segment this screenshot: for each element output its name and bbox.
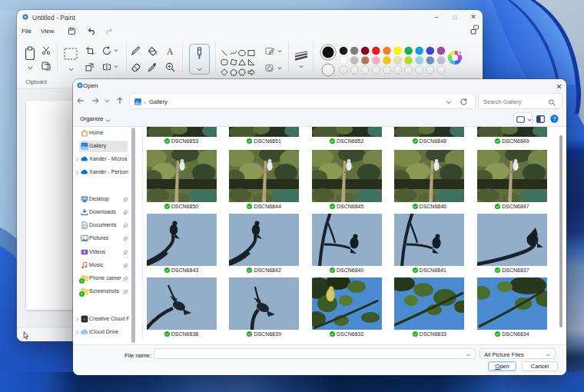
svg-text:∞: ∞ (83, 317, 86, 321)
svg-text:?: ? (552, 115, 556, 122)
